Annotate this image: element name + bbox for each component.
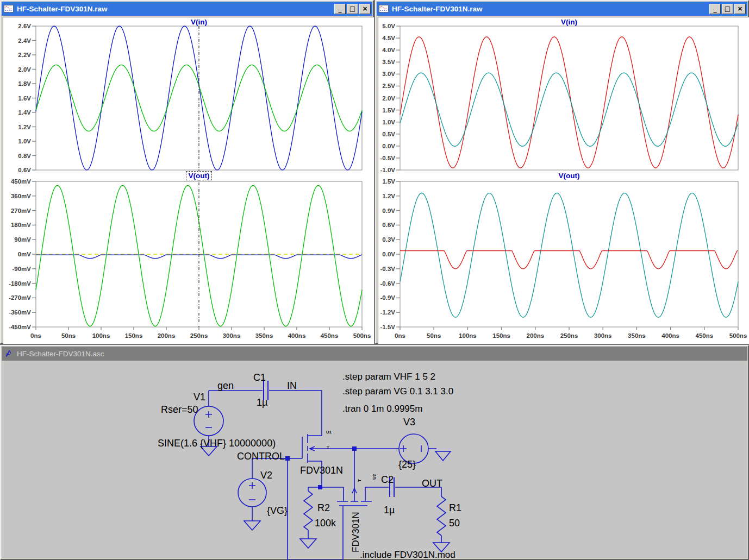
schematic-label[interactable]: gen [217, 380, 234, 391]
schematic-file-icon [3, 349, 14, 358]
schematic-label[interactable]: T [357, 479, 362, 482]
x-tick-label: 450ns [695, 332, 713, 339]
resistor-r1[interactable] [437, 496, 446, 536]
y-tick-label: -180mV [9, 280, 31, 287]
schematic-label[interactable]: V3 [403, 417, 415, 427]
waveform-plot-area-left[interactable]: 2.6V2.4V2.2V2.0V1.8V1.6V1.4V1.2V1.0V0.8V… [3, 17, 374, 343]
window-title: HF-Schalter-FDV301N.asc [17, 350, 746, 358]
x-tick-label: 200ns [158, 332, 176, 339]
y-tick-label: 2.4V [18, 37, 31, 44]
maximize-button[interactable]: □ [347, 4, 358, 14]
schematic-label[interactable]: Rser=50 [161, 404, 198, 415]
y-tick-label: 4.0V [382, 47, 395, 53]
x-tick-label: 100ns [92, 332, 110, 339]
schematic-label[interactable]: OUT [422, 478, 442, 489]
x-tick-label: 500ns [353, 332, 371, 339]
y-tick-label: 0mV [18, 251, 32, 257]
maximize-button[interactable]: □ [722, 4, 733, 14]
voltage-source-v1[interactable] [194, 406, 223, 436]
x-tick-label: 100ns [459, 332, 477, 339]
y-tick-label: 0.3V [382, 236, 395, 243]
x-tick-label: 250ns [560, 332, 578, 339]
voltage-source-v2[interactable] [238, 479, 266, 507]
plot-border [400, 26, 738, 170]
y-tick-label: -450mV [9, 324, 31, 330]
y-tick-label: 0.8V [18, 153, 31, 159]
schematic-canvas[interactable]: C1genINV1Rser=501µ.step param VHF 1 5 2.… [2, 361, 747, 558]
y-tick-label: 1.8V [18, 80, 31, 87]
schematic-label[interactable]: 50 [449, 518, 460, 528]
schematic-label[interactable]: T [327, 445, 329, 450]
schematic-label[interactable]: {25} [398, 459, 416, 470]
x-tick-label: 200ns [526, 332, 544, 339]
y-tick-label: 0.6V [382, 222, 395, 228]
x-tick-label: 350ns [255, 332, 273, 339]
y-tick-label: 1.0V [382, 119, 395, 125]
schematic-label[interactable]: SINE(1.6 {VHF} 10000000) [158, 438, 276, 449]
schematic-label[interactable]: R2 [317, 502, 330, 513]
trace-v-out-off-step [400, 251, 738, 269]
schematic-label[interactable]: V1 [194, 392, 205, 402]
y-tick-label: 0.6V [18, 167, 31, 173]
minimize-button[interactable]: _ [334, 4, 346, 14]
y-tick-label: 0.0V [382, 251, 395, 257]
y-tick-label: 1.4V [18, 109, 31, 116]
y-tick-label: 0.9V [382, 207, 395, 214]
x-tick-label: 450ns [321, 332, 339, 339]
schematic-label[interactable]: .step param VHF 1 5 2 [342, 372, 435, 382]
schematic-label[interactable]: C2 [381, 474, 394, 485]
titlebar-left[interactable]: HF-Schalter-FDV301N.raw _ □ × [2, 2, 372, 16]
y-tick-label: 3.0V [382, 71, 395, 77]
y-tick-label: 1.5V [382, 178, 395, 185]
y-tick-label: 360mV [11, 193, 31, 199]
schematic-label[interactable]: IN [287, 380, 297, 391]
x-tick-label: 50ns [61, 332, 76, 339]
y-tick-label: -270mV [9, 294, 31, 301]
schematic-label[interactable]: .step param VG 0.1 3.1 3.0 [342, 386, 453, 397]
schematic-label[interactable]: .include FDV301N.mod [360, 550, 455, 560]
schematic-label[interactable]: .tran 0 1m 0.9995m [342, 404, 422, 414]
schematic-label[interactable]: C1 [253, 372, 266, 383]
x-tick-label: 0ns [395, 332, 405, 339]
y-tick-label: 270mV [11, 207, 31, 214]
waveform-plot-area-right[interactable]: 5.0V4.5V4.0V3.5V3.0V2.5V2.0V1.5V1.0V0.5V… [378, 17, 749, 343]
titlebar-right[interactable]: HF-Schalter-FDV301N.raw _ □ × [377, 2, 747, 16]
x-tick-label: 150ns [125, 332, 143, 339]
mosfet-u1[interactable] [302, 434, 322, 463]
schematic-label[interactable]: 1µ [257, 397, 267, 408]
ground-v3 [435, 451, 451, 461]
y-tick-label: 4.5V [382, 35, 395, 41]
x-tick-label: 300ns [223, 332, 241, 339]
schematic-label[interactable]: U2 [372, 474, 377, 480]
x-tick-label: 300ns [594, 332, 612, 339]
y-tick-label: -1.5V [380, 324, 396, 330]
schematic-label[interactable]: R1 [449, 502, 461, 513]
y-tick-label: 1.0V [18, 138, 31, 144]
x-tick-label: 0ns [30, 332, 41, 339]
schematic-label[interactable]: 100k [315, 518, 336, 528]
y-tick-label: 180mV [11, 222, 31, 228]
plot-client-left: V(in) V(out) 2.6V2.4V2.2V2.0V1.8V1.6V1.4… [3, 17, 374, 344]
y-tick-label: 5.0V [382, 23, 395, 29]
ground-r2 [300, 539, 316, 548]
resistor-r2[interactable] [304, 491, 313, 530]
y-tick-label: 1.5V [382, 107, 395, 114]
schematic-label[interactable]: FDV301N [351, 512, 361, 552]
schematic-label[interactable]: 1µ [384, 505, 395, 515]
close-button[interactable]: × [734, 4, 746, 14]
minimize-button[interactable]: _ [709, 4, 721, 14]
schematic-label[interactable]: {VG} [267, 505, 288, 516]
schematic-label[interactable]: U1 [326, 430, 332, 435]
waveform-file-icon [3, 4, 14, 13]
y-tick-label: 2.0V [382, 95, 395, 102]
close-button[interactable]: × [359, 4, 371, 14]
window-title: HF-Schalter-FDV301N.raw [17, 5, 334, 13]
y-tick-label: -90mV [12, 266, 31, 272]
schematic-label[interactable]: CONTROL [237, 451, 285, 462]
y-tick-label: 2.6V [18, 23, 31, 29]
titlebar-schematic[interactable]: HF-Schalter-FDV301N.asc [2, 347, 747, 361]
y-tick-label: -360mV [9, 309, 31, 316]
desktop: { "windows": { "left": { "title": "HF-Sc… [0, 0, 749, 560]
schematic-label[interactable]: V2 [260, 470, 272, 481]
schematic-label[interactable]: FDV301N [300, 465, 343, 476]
